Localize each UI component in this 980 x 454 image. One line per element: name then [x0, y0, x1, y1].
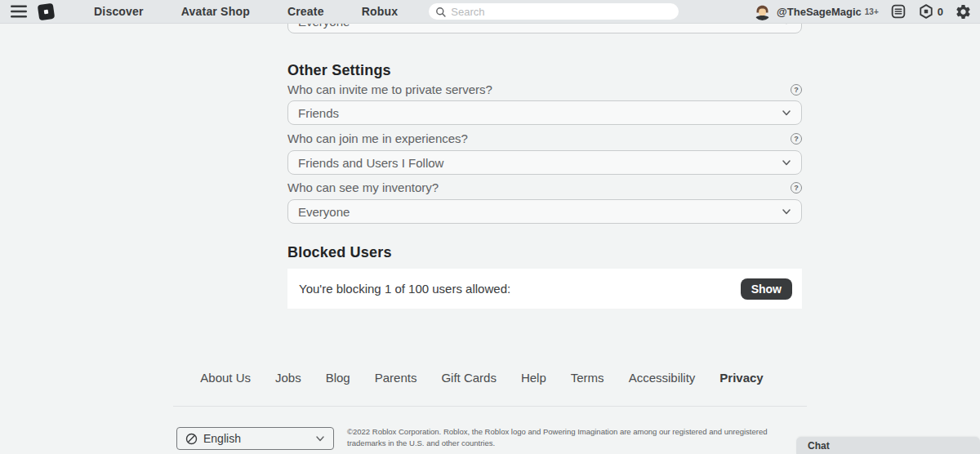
primary-nav: Discover Avatar Shop Create Robux [75, 5, 416, 18]
field-row-join-experiences: Who can join me in experiences? ? [287, 131, 802, 145]
username[interactable]: @TheSageMagic [777, 6, 862, 18]
chat-bar[interactable]: Chat [796, 437, 980, 454]
nav-link-avatar-shop[interactable]: Avatar Shop [163, 5, 269, 18]
footer-link-about-us[interactable]: About Us [200, 371, 251, 385]
footer-link-help[interactable]: Help [521, 371, 546, 385]
language-selector[interactable]: English [176, 427, 334, 450]
field-label: Who can see my inventory? [287, 180, 439, 194]
chevron-down-icon [782, 108, 791, 118]
footer-divider [173, 406, 807, 407]
dropdown-join-experiences[interactable]: Friends and Users I Follow [287, 150, 802, 175]
footer-link-gift-cards[interactable]: Gift Cards [441, 371, 497, 385]
show-blocked-users-button[interactable]: Show [741, 278, 792, 300]
page: Everyone Other Settings Who can invite m… [0, 0, 980, 454]
menu-hamburger-icon[interactable] [10, 3, 28, 20]
footer-link-terms[interactable]: Terms [571, 371, 604, 385]
dropdown-value: Friends and Users I Follow [298, 156, 443, 170]
globe-icon [185, 433, 198, 445]
robux-balance-button[interactable]: 0 [918, 3, 943, 20]
nav-link-discover[interactable]: Discover [75, 5, 163, 18]
dropdown-value: Friends [298, 106, 339, 120]
blocked-users-message: You're blocking 1 of 100 users allowed: [299, 282, 510, 296]
search-icon [435, 7, 446, 17]
navbar-right-cluster: @TheSageMagic 13+ 0 [754, 3, 972, 20]
gear-icon[interactable] [955, 3, 972, 20]
roblox-logo[interactable] [38, 2, 55, 20]
field-label: Who can invite me to private servers? [287, 82, 492, 96]
robux-count: 0 [938, 6, 943, 18]
age-badge: 13+ [865, 7, 879, 16]
footer-link-jobs[interactable]: Jobs [275, 371, 301, 385]
field-row-private-servers: Who can invite me to private servers? ? [287, 82, 802, 96]
roblox-logo-hole [44, 9, 49, 14]
blocked-users-title: Blocked Users [287, 244, 392, 261]
footer-link-blog[interactable]: Blog [326, 371, 350, 385]
footer-link-privacy[interactable]: Privacy [719, 371, 763, 385]
chevron-down-icon [782, 158, 791, 167]
robux-icon [918, 3, 934, 20]
dropdown-value: Everyone [298, 205, 350, 219]
search-bar[interactable] [429, 3, 679, 20]
language-selector-value: English [203, 432, 241, 445]
nav-link-create[interactable]: Create [269, 5, 343, 18]
field-label: Who can join me in experiences? [287, 131, 468, 145]
dropdown-private-servers[interactable]: Friends [287, 100, 802, 125]
nav-link-robux[interactable]: Robux [343, 5, 417, 18]
footer-link-parents[interactable]: Parents [375, 371, 417, 385]
other-settings-title: Other Settings [287, 62, 391, 79]
chevron-down-icon [782, 207, 791, 216]
avatar[interactable] [754, 3, 771, 20]
search-input[interactable] [451, 6, 672, 18]
help-icon[interactable]: ? [791, 84, 802, 96]
chat-bar-label: Chat [808, 440, 830, 452]
top-navbar: Discover Avatar Shop Create Robux [0, 0, 980, 24]
help-icon[interactable]: ? [791, 182, 802, 194]
footer-link-accessibility[interactable]: Accessibility [629, 371, 696, 385]
field-row-inventory: Who can see my inventory? ? [287, 180, 802, 194]
chevron-down-icon [315, 434, 325, 443]
footer-links: About Us Jobs Blog Parents Gift Cards He… [0, 371, 964, 385]
menu-list-icon[interactable] [890, 3, 906, 20]
blocked-users-card: You're blocking 1 of 100 users allowed: … [287, 269, 802, 309]
dropdown-inventory[interactable]: Everyone [287, 199, 802, 224]
copyright-text: ©2022 Roblox Corporation. Roblox, the Ro… [347, 426, 776, 449]
help-icon[interactable]: ? [791, 133, 802, 145]
